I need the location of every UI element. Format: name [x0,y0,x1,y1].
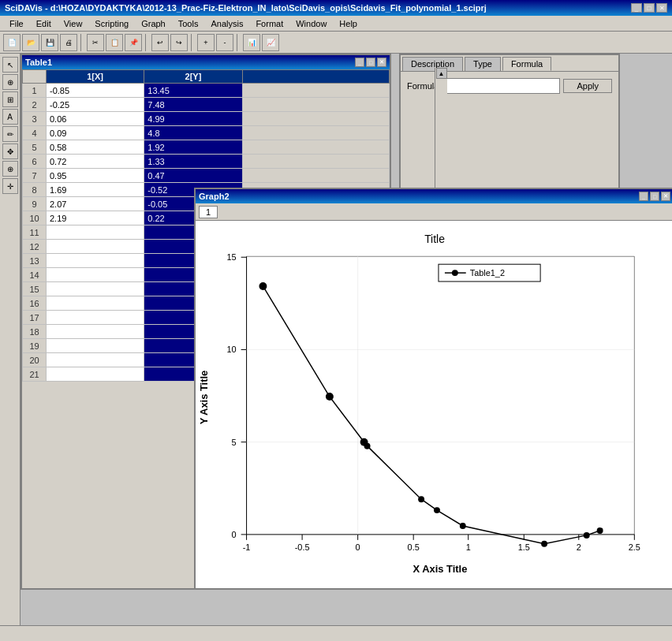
cell-y[interactable]: 13.45 [144,84,242,98]
cell-x[interactable] [47,353,144,367]
app-title-bar: SciDAVis - d:\HOZA\DYDAKTYKA\2012-13_Pra… [0,0,672,16]
copy-button[interactable]: 📋 [106,34,123,51]
row-number: 21 [23,367,47,382]
table-close[interactable]: ✕ [377,58,386,67]
svg-text:1: 1 [466,542,471,552]
menu-help[interactable]: Help [333,17,364,30]
cell-x[interactable]: 1.69 [47,183,144,197]
draw-tool[interactable]: ✏ [2,126,18,142]
move-tool[interactable]: ✛ [2,178,18,194]
cell-empty [242,84,389,98]
menu-edit[interactable]: Edit [30,17,58,30]
save-button[interactable]: 💾 [41,34,58,51]
zoom-out-button[interactable]: - [216,34,233,51]
menu-graph[interactable]: Graph [135,17,172,30]
graph-close[interactable]: ✕ [661,192,670,201]
cell-x[interactable]: -0.25 [47,98,144,112]
table-row: 70.950.47 [23,169,390,183]
cell-x[interactable]: 0.06 [47,112,144,126]
menu-file[interactable]: File [3,17,30,30]
cell-y[interactable]: 7.48 [144,98,242,112]
cell-x[interactable]: 0.72 [47,155,144,169]
data-point-1 [259,282,267,290]
menu-format[interactable]: Format [249,17,289,30]
cell-y[interactable]: 1.92 [144,140,242,155]
graph-window: Graph2 _ □ ✕ 1 Title [194,188,672,590]
status-bar [0,625,672,641]
menu-window[interactable]: Window [289,17,333,30]
cell-x[interactable] [47,268,144,282]
graph-toolbar: 1 [196,203,672,221]
cell-empty [242,112,389,126]
cell-x[interactable] [47,325,144,339]
apply-button[interactable]: Apply [563,79,612,93]
tab-type[interactable]: Type [465,57,501,71]
menu-analysis[interactable]: Analysis [204,17,249,30]
col-y-header[interactable]: 2[Y] [144,70,242,84]
graph-minimize[interactable]: _ [639,192,648,201]
table-row: 50.581.92 [23,140,390,155]
graph-tab-1[interactable]: 1 [199,206,218,218]
new-button[interactable]: 📄 [3,34,21,51]
paste-button[interactable]: 📌 [125,34,142,51]
formula-input[interactable] [443,78,560,94]
cell-x[interactable]: 2.19 [47,211,144,225]
cell-x[interactable] [47,311,144,325]
tab-description[interactable]: Description [402,57,463,71]
row-header [23,70,47,84]
open-button[interactable]: 📂 [22,34,39,51]
menu-view[interactable]: View [58,17,89,30]
cell-x[interactable] [47,225,144,240]
tab-formula[interactable]: Formula [502,57,551,71]
graph-chart-area: Title -1 -0.5 0 [196,221,672,588]
cell-y[interactable]: 0.47 [144,169,242,183]
svg-text:2: 2 [577,542,581,552]
plot-button[interactable]: 📊 [243,34,260,51]
table-minimize[interactable]: _ [355,58,364,67]
cell-y[interactable]: 4.8 [144,126,242,140]
cell-x[interactable]: 2.07 [47,197,144,211]
svg-text:0.5: 0.5 [408,542,420,552]
cell-x[interactable]: 0.95 [47,169,144,183]
cell-x[interactable] [47,240,144,254]
row-number: 4 [23,126,47,140]
scroll-up[interactable]: ▲ [436,68,447,79]
row-number: 5 [23,140,47,155]
maximize-button[interactable]: □ [644,3,655,13]
cell-x[interactable] [47,282,144,296]
cell-x[interactable] [47,367,144,382]
cell-x[interactable]: 0.58 [47,140,144,155]
cut-button[interactable]: ✂ [87,34,104,51]
pan-tool[interactable]: ✥ [2,143,18,159]
crosshair-tool[interactable]: ⊕ [2,161,18,177]
table-row: 40.094.8 [23,126,390,140]
cell-x[interactable] [47,254,144,268]
cell-x[interactable] [47,339,144,353]
row-number: 13 [23,254,47,268]
text-tool[interactable]: A [2,109,18,125]
undo-button[interactable]: ↩ [151,34,169,51]
table-button[interactable]: 📈 [262,34,279,51]
close-button[interactable]: ✕ [656,3,667,13]
zoom-tool[interactable]: ⊕ [2,74,18,90]
content-area: Table1 _ □ ✕ 1[X] 2[Y] [21,54,672,625]
menu-tools[interactable]: Tools [172,17,205,30]
menu-scripting[interactable]: Scripting [88,17,135,30]
col-x-header[interactable]: 1[X] [47,70,144,84]
redo-button[interactable]: ↪ [170,34,188,51]
menu-bar: File Edit View Scripting Graph Tools Ana… [0,16,672,32]
svg-text:0: 0 [356,542,360,552]
cell-y[interactable]: 4.99 [144,112,242,126]
select-tool[interactable]: ⊞ [2,91,18,107]
pointer-tool[interactable]: ↖ [2,57,18,73]
table-maximize[interactable]: □ [366,58,375,67]
zoom-in-button[interactable]: + [197,34,215,51]
cell-x[interactable]: 0.09 [47,126,144,140]
graph-maximize[interactable]: □ [650,192,659,201]
minimize-button[interactable]: _ [631,3,642,13]
cell-x[interactable] [47,296,144,311]
cell-x[interactable]: -0.85 [47,84,144,98]
cell-y[interactable]: 1.33 [144,155,242,169]
table-title-bar: Table1 _ □ ✕ [22,55,390,69]
print-button[interactable]: 🖨 [60,34,77,51]
